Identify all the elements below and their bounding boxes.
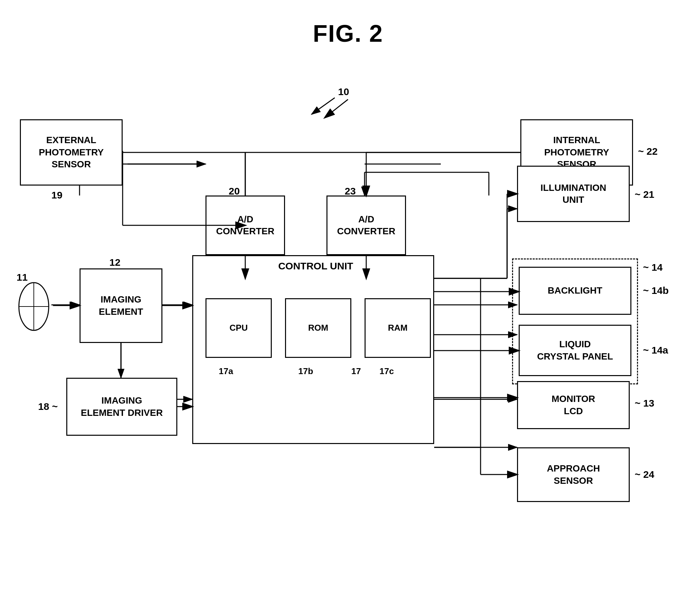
- svg-line-29: [325, 99, 348, 117]
- figure-title: FIG. 2: [0, 0, 696, 47]
- diagram-container: 10 EXTERNALPHOTOMETRYSENSOR 19 INTERNALP…: [0, 66, 696, 616]
- wiring-svg: [0, 66, 696, 616]
